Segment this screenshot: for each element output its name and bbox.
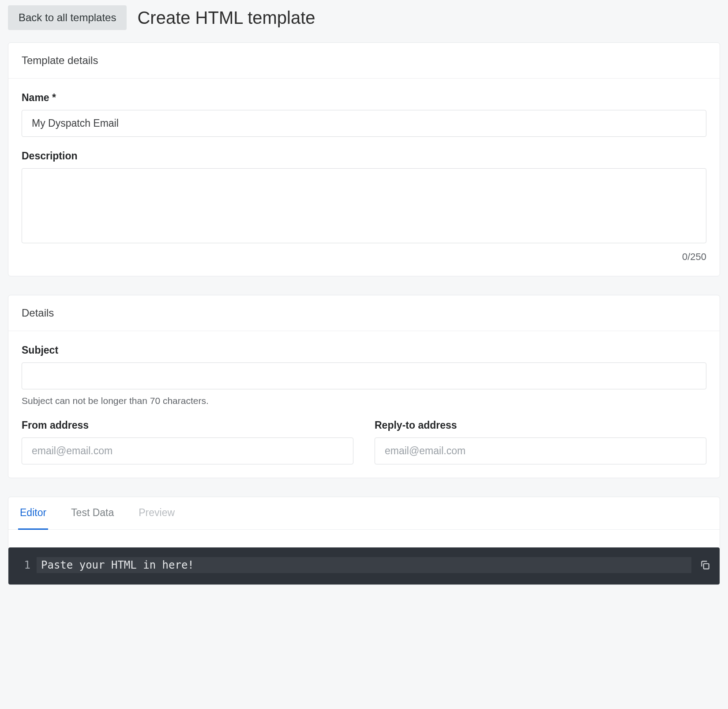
back-button[interactable]: Back to all templates xyxy=(8,5,127,30)
details-card: Details Subject Subject can not be longe… xyxy=(8,295,720,478)
details-heading: Details xyxy=(8,295,720,331)
from-address-input[interactable] xyxy=(22,437,353,464)
tab-preview[interactable]: Preview xyxy=(137,497,176,530)
description-textarea[interactable] xyxy=(22,168,706,243)
subject-input[interactable] xyxy=(22,362,706,389)
tab-test-data[interactable]: Test Data xyxy=(69,497,116,530)
name-label: Name * xyxy=(22,92,706,104)
from-address-label: From address xyxy=(22,419,353,431)
editor-tabs: Editor Test Data Preview xyxy=(8,497,720,530)
code-editor[interactable]: 1 Paste your HTML in here! xyxy=(8,547,720,585)
reply-to-address-input[interactable] xyxy=(375,437,706,464)
page-title: Create HTML template xyxy=(137,8,315,28)
svg-rect-0 xyxy=(704,564,709,569)
template-details-card: Template details Name * Description 0/25… xyxy=(8,42,720,276)
subject-hint: Subject can not be longer than 70 charac… xyxy=(22,396,706,406)
description-label: Description xyxy=(22,150,706,162)
description-char-count: 0/250 xyxy=(22,251,706,263)
subject-label: Subject xyxy=(22,344,706,356)
copy-icon[interactable] xyxy=(699,559,711,571)
tab-editor[interactable]: Editor xyxy=(18,497,48,530)
name-input[interactable] xyxy=(22,110,706,137)
editor-card: Editor Test Data Preview 1 Paste your HT… xyxy=(8,497,720,585)
template-details-heading: Template details xyxy=(8,43,720,79)
page-header: Back to all templates Create HTML templa… xyxy=(8,5,720,30)
line-number: 1 xyxy=(17,559,37,571)
reply-to-address-label: Reply-to address xyxy=(375,419,706,431)
code-line[interactable]: Paste your HTML in here! xyxy=(37,557,691,573)
